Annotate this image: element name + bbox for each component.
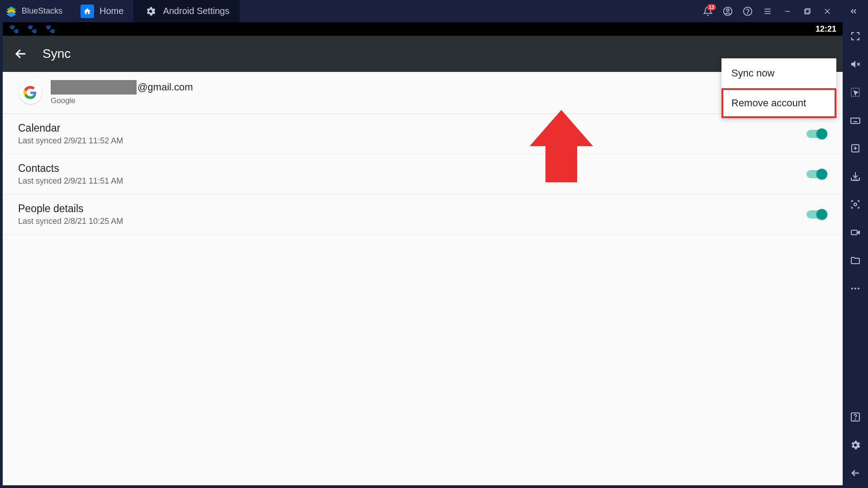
account-email: @gmail.com: [51, 80, 193, 95]
account-row[interactable]: @gmail.com Google: [3, 72, 843, 114]
svg-point-32: [858, 288, 859, 289]
minimize-button[interactable]: [782, 6, 793, 17]
sync-item-name: Calendar: [18, 122, 123, 134]
appbar: Sync: [3, 36, 843, 72]
svg-rect-11: [806, 9, 810, 13]
google-avatar-icon: [19, 81, 42, 104]
statusbar-notification-icons: 🐾 🐾 🐾: [9, 24, 55, 34]
sync-item-people-details[interactable]: People details Last synced 2/8/21 10:25 …: [3, 194, 843, 235]
paw-icon: 🐾: [27, 24, 37, 34]
account-icon[interactable]: [722, 6, 733, 17]
install-apk-icon[interactable]: [849, 142, 861, 154]
sync-item-subtitle: Last synced 2/8/21 10:25 AM: [18, 217, 123, 226]
help-icon[interactable]: [742, 6, 753, 17]
tab-android-settings[interactable]: Android Settings: [134, 0, 240, 22]
hamburger-menu-icon[interactable]: [762, 6, 773, 17]
paw-icon: 🐾: [45, 24, 55, 34]
volume-mute-icon[interactable]: [849, 58, 861, 70]
titlebar: BlueStacks Home Android Settings 13: [0, 0, 868, 22]
sync-item-contacts[interactable]: Contacts Last synced 2/9/21 11:51 AM: [3, 154, 843, 194]
apk-icon[interactable]: APK: [849, 171, 861, 182]
more-icon[interactable]: [849, 283, 861, 294]
overflow-menu: Sync now Remove account: [721, 58, 836, 118]
fullscreen-icon[interactable]: [849, 30, 861, 42]
record-icon[interactable]: [849, 227, 861, 238]
svg-text:APK: APK: [853, 178, 859, 181]
paw-icon: 🐾: [9, 24, 19, 34]
tab-settings-label: Android Settings: [163, 6, 229, 16]
svg-rect-28: [851, 230, 857, 235]
brand-block: BlueStacks: [0, 0, 69, 22]
account-info: @gmail.com Google: [51, 80, 193, 105]
svg-point-5: [744, 7, 752, 15]
folder-icon[interactable]: [849, 255, 861, 266]
close-button[interactable]: [822, 6, 833, 17]
brand-label: BlueStacks: [22, 6, 62, 16]
back-tool-icon[interactable]: [849, 467, 861, 479]
menu-sync-now[interactable]: Sync now: [721, 58, 836, 88]
sync-item-subtitle: Last synced 2/9/21 11:51 AM: [18, 176, 123, 186]
svg-point-31: [854, 288, 856, 289]
side-toolbar: APK: [843, 22, 868, 488]
toggle-people-details[interactable]: [806, 209, 827, 220]
back-button[interactable]: [12, 45, 30, 63]
svg-rect-18: [851, 118, 860, 123]
toggle-calendar[interactable]: [806, 128, 827, 139]
notification-bell-icon[interactable]: 13: [702, 6, 713, 17]
notification-badge: 13: [707, 4, 716, 10]
keyboard-icon[interactable]: [849, 114, 861, 126]
tabs: Home Android Settings: [71, 0, 693, 22]
svg-point-30: [851, 288, 853, 289]
svg-rect-12: [805, 9, 809, 14]
sync-item-subtitle: Last synced 2/9/21 11:52 AM: [18, 136, 123, 146]
toggle-contacts[interactable]: [806, 169, 827, 180]
sync-item-calendar[interactable]: Calendar Last synced 2/9/21 11:52 AM: [3, 114, 843, 154]
svg-point-4: [726, 9, 729, 11]
svg-point-6: [747, 13, 748, 14]
page-title: Sync: [43, 47, 71, 61]
android-viewport: 🐾 🐾 🐾 12:21 Sync @gmail.com Google: [3, 22, 843, 485]
settings-gear-icon[interactable]: [849, 439, 861, 451]
maximize-button[interactable]: [802, 6, 813, 17]
collapse-sidebar-icon[interactable]: [848, 6, 859, 17]
home-icon: [81, 5, 94, 18]
tab-home-label: Home: [100, 6, 123, 16]
help-square-icon[interactable]: [849, 411, 861, 423]
menu-remove-account[interactable]: Remove account: [721, 88, 836, 118]
content: @gmail.com Google Calendar Last synced 2…: [3, 72, 843, 485]
android-statusbar: 🐾 🐾 🐾 12:21: [3, 22, 843, 36]
cursor-icon[interactable]: [849, 86, 861, 98]
clock: 12:21: [816, 24, 836, 34]
window-controls: 13: [693, 6, 868, 17]
redacted-email-prefix: [51, 80, 137, 95]
tab-home[interactable]: Home: [71, 0, 134, 22]
bluestacks-logo-icon: [5, 5, 17, 17]
gear-icon: [144, 5, 157, 18]
screenshot-icon[interactable]: [849, 199, 861, 210]
sync-item-name: Contacts: [18, 162, 123, 175]
account-provider: Google: [51, 96, 193, 105]
svg-point-34: [855, 419, 855, 419]
svg-point-27: [854, 203, 857, 206]
email-suffix: @gmail.com: [138, 81, 193, 93]
sync-item-name: People details: [18, 203, 123, 215]
